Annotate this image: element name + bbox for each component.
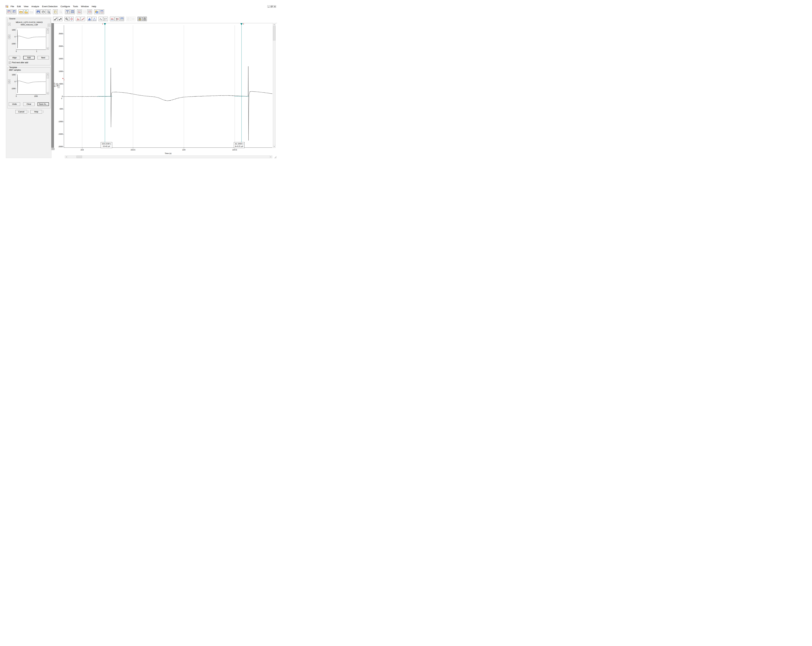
- scroll-thumb[interactable]: [47, 75, 49, 78]
- app-icon[interactable]: [6, 5, 8, 8]
- help-button[interactable]: Help: [31, 110, 42, 113]
- scroll-thumb[interactable]: [76, 156, 82, 158]
- accept-event-button[interactable]: [53, 17, 58, 21]
- layout-window-button[interactable]: [87, 9, 92, 14]
- main-chart[interactable]: [64, 25, 272, 148]
- template-scale-down-icon[interactable]: ▼: [8, 82, 11, 84]
- check-icon: [53, 17, 57, 21]
- lab-book-button[interactable]: [53, 9, 58, 14]
- source-scale-down-icon[interactable]: ▼: [8, 37, 11, 39]
- cancel-button[interactable]: Cancel: [15, 110, 27, 113]
- next-button[interactable]: Next: [38, 56, 49, 60]
- menu-edit[interactable]: Edit: [15, 5, 22, 8]
- statistics-button[interactable]: Σ: [115, 17, 119, 21]
- options-button[interactable]: [94, 9, 99, 14]
- analysis-window-button[interactable]: [77, 9, 82, 14]
- function-button[interactable]: fx: [99, 17, 103, 21]
- accept-and-find-button[interactable]: [58, 17, 63, 21]
- clear-button[interactable]: Clear: [23, 103, 35, 106]
- folder-gray-icon: [29, 10, 33, 14]
- scroll-thumb[interactable]: [273, 26, 275, 40]
- menu-configure[interactable]: Configure: [59, 5, 72, 8]
- menu-help[interactable]: Help: [90, 5, 98, 8]
- template-search-button[interactable]: [81, 17, 85, 21]
- channel-strip[interactable]: [51, 23, 54, 148]
- hist-blue-icon: [88, 17, 91, 21]
- zoom-button[interactable]: [64, 17, 69, 21]
- power-spectrum-button[interactable]: [92, 17, 96, 21]
- scroll-down-icon[interactable]: ▼: [273, 145, 275, 148]
- vertical-scrollbar[interactable]: ▲ ▼: [273, 23, 276, 148]
- y-scale-up-icon[interactable]: ▲: [58, 83, 60, 86]
- template-mini-scrollbar[interactable]: ▲ ▼: [46, 73, 49, 94]
- find-next-checkbox[interactable]: ✓: [9, 61, 11, 64]
- align-button[interactable]: Align: [9, 56, 20, 60]
- tile-horizontal-button[interactable]: [70, 9, 75, 14]
- source-group: Source < MEA-61_LQT2-2-8-F10_240415 0000…: [7, 19, 50, 65]
- restore-button[interactable]: [270, 5, 273, 8]
- save-button[interactable]: [36, 9, 40, 14]
- prev-channel-button[interactable]: ◄: [51, 148, 53, 150]
- scroll-down-icon[interactable]: ▼: [47, 47, 49, 49]
- source-next-button[interactable]: >: [48, 24, 50, 27]
- menu-event-detection[interactable]: Event Detection: [41, 5, 59, 8]
- menu-tools[interactable]: Tools: [72, 5, 79, 8]
- lock-y-axis-button[interactable]: [142, 17, 147, 21]
- tile-vertical-button[interactable]: [65, 9, 70, 14]
- event-marks-button[interactable]: [110, 17, 114, 21]
- source-mini-scrollbar[interactable]: ▲ ▼: [46, 28, 49, 49]
- save-as-button[interactable]: Save As...: [38, 103, 49, 106]
- statistics-window-button[interactable]: Σ: [99, 9, 104, 14]
- main-toolbar: Σ: [6, 9, 105, 14]
- cursor-2-handle[interactable]: [240, 23, 243, 25]
- menu-view[interactable]: View: [22, 5, 30, 8]
- lock-a-icon: [138, 17, 142, 21]
- menu-window[interactable]: Window: [79, 5, 90, 8]
- open-data-file-button[interactable]: [6, 9, 11, 14]
- minimize-button[interactable]: [267, 5, 270, 8]
- svg-text:1: 1: [36, 51, 37, 52]
- next-channel-button[interactable]: ►: [53, 148, 55, 150]
- close-button[interactable]: [273, 5, 276, 8]
- y-scale-down-icon[interactable]: ▼: [58, 86, 60, 88]
- scroll-thumb[interactable]: [47, 31, 49, 34]
- open-recent-file-button[interactable]: [24, 9, 28, 14]
- cursor-1-handle[interactable]: [104, 23, 106, 25]
- win-wave2-icon: [12, 10, 16, 14]
- analysis-toolbar: fx+ ÷× −Σ: [53, 17, 147, 21]
- svg-text:x: x: [101, 18, 102, 21]
- horizontal-scrollbar[interactable]: ◄ ►: [65, 156, 272, 158]
- print-preview-button[interactable]: [46, 9, 51, 14]
- graph-transfer-button: [126, 17, 131, 21]
- source-prev-button[interactable]: <: [8, 23, 11, 26]
- open-file-button[interactable]: [18, 9, 23, 14]
- scope-red-icon: [78, 10, 81, 14]
- full-trace-button[interactable]: [69, 17, 74, 21]
- scroll-up-icon[interactable]: ▲: [47, 28, 49, 30]
- menu-analyze[interactable]: Analyze: [30, 5, 41, 8]
- template-group-title: Template: [9, 66, 18, 69]
- source-mini-chart[interactable]: 10000-100001: [11, 27, 46, 53]
- x-axis-tick: [133, 148, 133, 148]
- event-detection-button[interactable]: [76, 17, 80, 21]
- scroll-right-icon[interactable]: ►: [269, 156, 272, 158]
- scroll-up-icon[interactable]: ▲: [273, 23, 275, 26]
- scroll-down-icon[interactable]: ▼: [47, 92, 49, 94]
- print-button[interactable]: [41, 9, 46, 14]
- open-analysis-window-button[interactable]: [12, 9, 17, 14]
- histogram-button[interactable]: [87, 17, 92, 21]
- resize-grip[interactable]: [274, 156, 276, 158]
- scroll-left-icon[interactable]: ◄: [65, 156, 68, 158]
- results-table-button[interactable]: [120, 17, 124, 21]
- scroll-up-icon[interactable]: ▲: [47, 73, 49, 75]
- svg-text:0: 0: [16, 51, 17, 52]
- arithmetic-button[interactable]: + ÷× −: [104, 17, 108, 21]
- find-next-label: Find next after add: [12, 61, 28, 64]
- source-scale-up-icon[interactable]: ▲: [8, 35, 11, 37]
- template-mini-chart[interactable]: 10000-100001000: [11, 72, 46, 98]
- add-button[interactable]: Add: [23, 56, 35, 60]
- lock-x-axis-button[interactable]: [137, 17, 142, 21]
- template-scale-up-icon[interactable]: ▲: [8, 80, 11, 81]
- undo-button[interactable]: Undo: [9, 103, 20, 106]
- menu-file[interactable]: File: [9, 5, 15, 8]
